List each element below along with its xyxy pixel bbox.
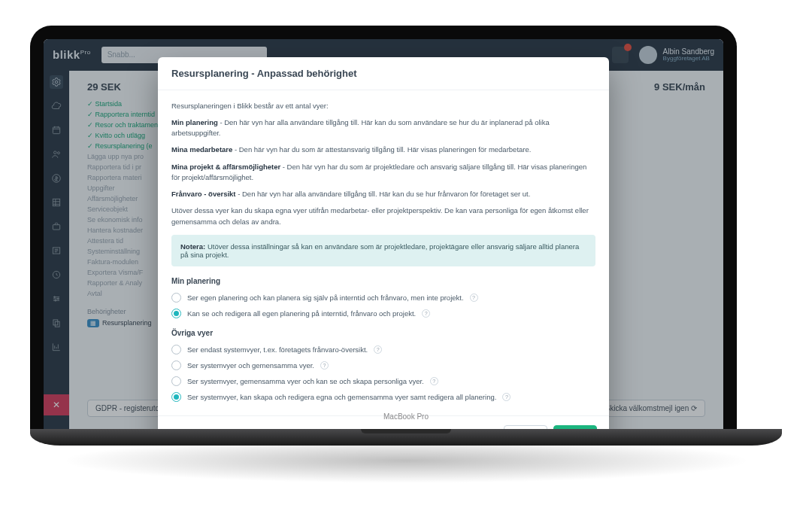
help-icon[interactable]: ?: [422, 309, 430, 318]
radio-icon[interactable]: [171, 360, 181, 370]
modal-line: Mina projekt & affärsmöjligheter - Den h…: [171, 162, 595, 184]
radio-icon[interactable]: [171, 376, 181, 386]
min-planering-option[interactable]: Kan se och redigera all egen planering p…: [171, 306, 595, 321]
radio-icon[interactable]: [171, 309, 181, 318]
radio-label: Ser systemvyer och gemensamma vyer.: [187, 361, 314, 370]
help-icon[interactable]: ?: [470, 294, 478, 302]
ovriga-vyer-option[interactable]: Ser systemvyer, kan skapa och redigera e…: [171, 389, 595, 405]
ovriga-vyer-option[interactable]: Ser systemvyer, gemensamma vyer och kan …: [171, 373, 595, 389]
note-box: Notera: Utöver dessa inställningar så ka…: [171, 235, 595, 266]
permission-modal: Resursplanering - Anpassad behörighet Re…: [158, 57, 609, 430]
radio-label: Ser systemvyer, kan skapa och redigera e…: [187, 393, 496, 401]
radio-label: Ser endast systemvyer, t.ex. företagets …: [187, 345, 368, 354]
device-label: MacBook Pro: [383, 412, 429, 421]
radio-label: Kan se och redigera all egen planering p…: [187, 309, 416, 318]
radio-icon[interactable]: [171, 293, 181, 303]
radio-label: Ser egen planering och kan planera sig s…: [187, 294, 464, 302]
help-icon[interactable]: ?: [374, 345, 382, 354]
modal-title: Resursplanering - Anpassad behörighet: [158, 57, 609, 90]
modal-scrim: Resursplanering - Anpassad behörighet Re…: [44, 39, 723, 430]
group2-title: Övriga vyer: [171, 329, 595, 337]
modal-line: Frånvaro - översikt - Den här vyn har al…: [171, 189, 595, 199]
help-icon[interactable]: ?: [430, 377, 438, 385]
min-planering-option[interactable]: Ser egen planering och kan planera sig s…: [171, 290, 595, 306]
radio-icon[interactable]: [171, 392, 181, 402]
radio-icon[interactable]: [171, 345, 181, 354]
ovriga-vyer-option[interactable]: Ser systemvyer och gemensamma vyer.?: [171, 357, 595, 373]
help-icon[interactable]: ?: [502, 393, 511, 401]
modal-intro: Resursplaneringen i Blikk består av ett …: [171, 101, 595, 111]
group1-title: Min planering: [171, 277, 595, 285]
modal-line: Mina medarbetare - Den här vyn har du so…: [171, 144, 595, 155]
modal-extra: Utöver dessa vyer kan du skapa egna vyer…: [171, 205, 595, 227]
modal-line: Min planering - Den här vyn har alla anv…: [171, 117, 595, 139]
radio-label: Ser systemvyer, gemensamma vyer och kan …: [187, 377, 424, 385]
ovriga-vyer-option[interactable]: Ser endast systemvyer, t.ex. företagets …: [171, 342, 595, 357]
help-icon[interactable]: ?: [320, 361, 329, 370]
